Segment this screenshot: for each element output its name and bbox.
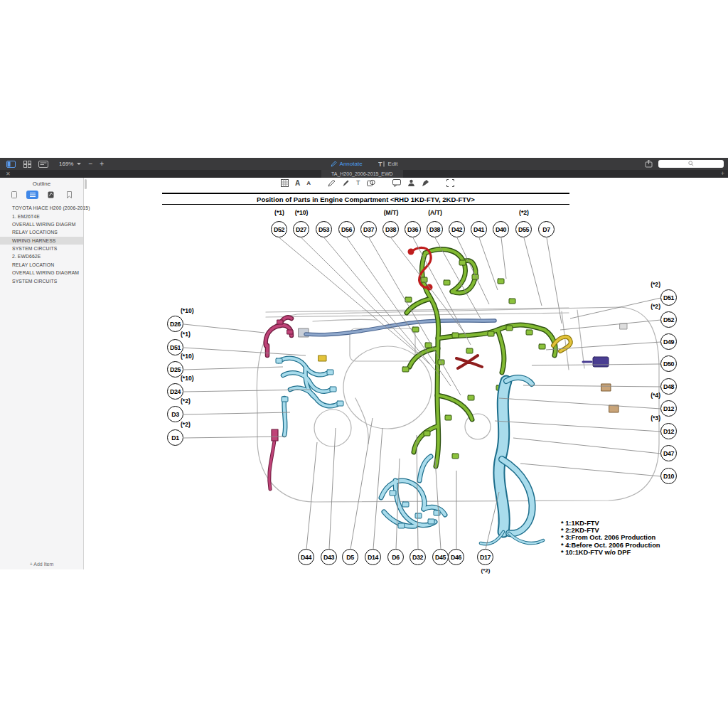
leader-line [524, 238, 542, 306]
leader-line [513, 438, 661, 454]
engine-compartment-diagram [0, 0, 728, 728]
leader-line [499, 398, 661, 409]
leader-line [479, 238, 498, 291]
leader-line [495, 421, 661, 432]
leader-line [184, 324, 265, 333]
leader-line [546, 342, 661, 350]
leader-line [350, 418, 373, 550]
leader-line [184, 437, 287, 438]
leader-line [520, 464, 661, 476]
leader-line [184, 348, 306, 355]
leader-line [560, 320, 661, 330]
leader-line [373, 428, 382, 550]
leader-line [547, 238, 562, 324]
leader-line [435, 459, 441, 550]
leader-line [306, 442, 317, 550]
leader-line [501, 238, 506, 279]
leader-line [369, 238, 461, 396]
leader-line [417, 435, 418, 550]
leader-line [184, 367, 284, 370]
leader-line [184, 412, 291, 414]
leader-line [523, 385, 661, 387]
diagram-legend: * 1:1KD-FTV * 2:2KD-FTV * 3:From Oct. 20… [561, 520, 660, 556]
